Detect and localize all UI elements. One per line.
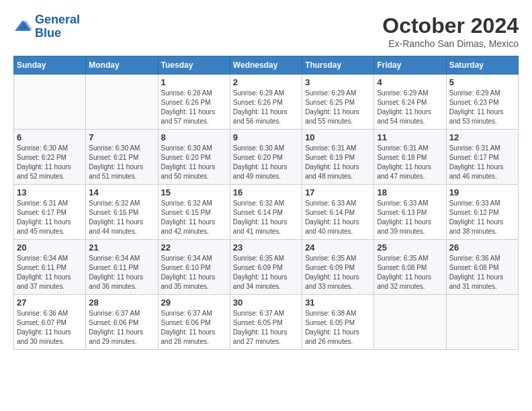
day-number: 6 (17, 132, 83, 142)
day-info: Sunrise: 6:36 AM Sunset: 6:07 PM Dayligh… (17, 309, 83, 347)
calendar-cell: 18Sunrise: 6:33 AM Sunset: 6:13 PM Dayli… (374, 185, 446, 240)
day-info: Sunrise: 6:28 AM Sunset: 6:26 PM Dayligh… (161, 89, 227, 126)
calendar-cell: 20Sunrise: 6:34 AM Sunset: 6:11 PM Dayli… (14, 240, 86, 295)
day-number: 29 (161, 298, 227, 308)
calendar-body: 1Sunrise: 6:28 AM Sunset: 6:26 PM Daylig… (14, 75, 519, 350)
calendar-cell: 26Sunrise: 6:36 AM Sunset: 6:08 PM Dayli… (446, 240, 518, 295)
day-number: 18 (377, 187, 443, 197)
calendar-cell: 8Sunrise: 6:30 AM Sunset: 6:20 PM Daylig… (158, 130, 230, 185)
calendar-cell (86, 75, 158, 130)
day-info: Sunrise: 6:32 AM Sunset: 6:16 PM Dayligh… (89, 199, 154, 236)
weekday-header-tuesday: Tuesday (158, 56, 230, 75)
day-number: 5 (449, 77, 515, 87)
calendar-cell: 29Sunrise: 6:37 AM Sunset: 6:06 PM Dayli… (158, 295, 230, 350)
day-number: 27 (17, 298, 83, 308)
day-number: 2 (233, 77, 299, 87)
day-info: Sunrise: 6:37 AM Sunset: 6:05 PM Dayligh… (233, 309, 299, 347)
day-info: Sunrise: 6:31 AM Sunset: 6:17 PM Dayligh… (17, 199, 83, 236)
logo-icon (13, 17, 32, 36)
day-number: 22 (161, 242, 227, 253)
day-number: 8 (161, 132, 227, 142)
weekday-header-saturday: Saturday (446, 56, 518, 75)
calendar-cell: 11Sunrise: 6:31 AM Sunset: 6:18 PM Dayli… (374, 130, 446, 185)
day-info: Sunrise: 6:29 AM Sunset: 6:25 PM Dayligh… (305, 89, 371, 126)
day-number: 16 (233, 187, 299, 197)
calendar-cell (374, 295, 446, 350)
day-number: 25 (377, 242, 443, 253)
day-number: 31 (305, 298, 371, 308)
calendar-cell: 19Sunrise: 6:33 AM Sunset: 6:12 PM Dayli… (446, 185, 518, 240)
day-info: Sunrise: 6:29 AM Sunset: 6:24 PM Dayligh… (377, 89, 443, 126)
location: Ex-Rancho San Dimas, Mexico (382, 38, 519, 49)
calendar-cell: 21Sunrise: 6:34 AM Sunset: 6:11 PM Dayli… (86, 240, 158, 295)
day-info: Sunrise: 6:31 AM Sunset: 6:19 PM Dayligh… (305, 144, 371, 181)
calendar-cell: 25Sunrise: 6:35 AM Sunset: 6:08 PM Dayli… (374, 240, 446, 295)
day-number: 24 (305, 242, 371, 253)
day-number: 1 (161, 77, 227, 87)
weekday-header-wednesday: Wednesday (230, 56, 302, 75)
calendar-cell: 13Sunrise: 6:31 AM Sunset: 6:17 PM Dayli… (14, 185, 86, 240)
calendar-cell (14, 75, 86, 130)
calendar-cell: 24Sunrise: 6:35 AM Sunset: 6:09 PM Dayli… (302, 240, 374, 295)
calendar-cell: 2Sunrise: 6:29 AM Sunset: 6:26 PM Daylig… (230, 75, 302, 130)
day-info: Sunrise: 6:30 AM Sunset: 6:22 PM Dayligh… (17, 144, 83, 181)
day-info: Sunrise: 6:32 AM Sunset: 6:14 PM Dayligh… (233, 199, 299, 236)
weekday-header-thursday: Thursday (302, 56, 374, 75)
calendar-cell: 3Sunrise: 6:29 AM Sunset: 6:25 PM Daylig… (302, 75, 374, 130)
logo: GeneralBlue (13, 13, 80, 40)
day-info: Sunrise: 6:37 AM Sunset: 6:06 PM Dayligh… (161, 309, 227, 347)
day-info: Sunrise: 6:31 AM Sunset: 6:17 PM Dayligh… (449, 144, 515, 181)
month-title: October 2024 (382, 13, 519, 38)
calendar-table: SundayMondayTuesdayWednesdayThursdayFrid… (13, 56, 519, 350)
day-number: 17 (305, 187, 371, 197)
day-number: 12 (449, 132, 515, 142)
calendar-cell: 30Sunrise: 6:37 AM Sunset: 6:05 PM Dayli… (230, 295, 302, 350)
weekday-header-sunday: Sunday (14, 56, 86, 75)
logo-text: GeneralBlue (35, 13, 80, 40)
day-info: Sunrise: 6:36 AM Sunset: 6:08 PM Dayligh… (449, 254, 515, 291)
calendar-week-row: 6Sunrise: 6:30 AM Sunset: 6:22 PM Daylig… (14, 130, 519, 185)
day-info: Sunrise: 6:34 AM Sunset: 6:11 PM Dayligh… (89, 254, 154, 291)
weekday-header-friday: Friday (374, 56, 446, 75)
calendar-cell: 6Sunrise: 6:30 AM Sunset: 6:22 PM Daylig… (14, 130, 86, 185)
day-info: Sunrise: 6:30 AM Sunset: 6:20 PM Dayligh… (161, 144, 227, 181)
day-number: 20 (17, 242, 83, 253)
day-number: 9 (233, 132, 299, 142)
calendar-cell: 17Sunrise: 6:33 AM Sunset: 6:14 PM Dayli… (302, 185, 374, 240)
day-number: 7 (89, 132, 154, 142)
calendar-cell: 16Sunrise: 6:32 AM Sunset: 6:14 PM Dayli… (230, 185, 302, 240)
calendar-week-row: 27Sunrise: 6:36 AM Sunset: 6:07 PM Dayli… (14, 295, 519, 350)
calendar-cell: 10Sunrise: 6:31 AM Sunset: 6:19 PM Dayli… (302, 130, 374, 185)
calendar-cell: 31Sunrise: 6:38 AM Sunset: 6:05 PM Dayli… (302, 295, 374, 350)
weekday-header-monday: Monday (86, 56, 158, 75)
calendar-cell: 5Sunrise: 6:29 AM Sunset: 6:23 PM Daylig… (446, 75, 518, 130)
day-number: 21 (89, 242, 154, 253)
day-info: Sunrise: 6:34 AM Sunset: 6:11 PM Dayligh… (17, 254, 83, 291)
day-number: 4 (377, 77, 443, 87)
calendar-cell: 9Sunrise: 6:30 AM Sunset: 6:20 PM Daylig… (230, 130, 302, 185)
calendar-week-row: 20Sunrise: 6:34 AM Sunset: 6:11 PM Dayli… (14, 240, 519, 295)
day-number: 19 (449, 187, 515, 197)
day-info: Sunrise: 6:37 AM Sunset: 6:06 PM Dayligh… (89, 309, 154, 347)
day-info: Sunrise: 6:35 AM Sunset: 6:08 PM Dayligh… (377, 254, 443, 291)
calendar-cell: 15Sunrise: 6:32 AM Sunset: 6:15 PM Dayli… (158, 185, 230, 240)
day-info: Sunrise: 6:30 AM Sunset: 6:20 PM Dayligh… (233, 144, 299, 181)
day-number: 3 (305, 77, 371, 87)
day-number: 28 (89, 298, 154, 308)
calendar-cell: 28Sunrise: 6:37 AM Sunset: 6:06 PM Dayli… (86, 295, 158, 350)
day-number: 14 (89, 187, 154, 197)
calendar-cell: 12Sunrise: 6:31 AM Sunset: 6:17 PM Dayli… (446, 130, 518, 185)
calendar-cell: 14Sunrise: 6:32 AM Sunset: 6:16 PM Dayli… (86, 185, 158, 240)
day-info: Sunrise: 6:33 AM Sunset: 6:13 PM Dayligh… (377, 199, 443, 236)
calendar-cell (446, 295, 518, 350)
day-number: 10 (305, 132, 371, 142)
day-number: 26 (449, 242, 515, 253)
day-info: Sunrise: 6:33 AM Sunset: 6:12 PM Dayligh… (449, 199, 515, 236)
calendar-header-row: SundayMondayTuesdayWednesdayThursdayFrid… (14, 56, 519, 75)
day-number: 23 (233, 242, 299, 253)
calendar-week-row: 13Sunrise: 6:31 AM Sunset: 6:17 PM Dayli… (14, 185, 519, 240)
day-info: Sunrise: 6:31 AM Sunset: 6:18 PM Dayligh… (377, 144, 443, 181)
calendar-cell: 27Sunrise: 6:36 AM Sunset: 6:07 PM Dayli… (14, 295, 86, 350)
day-info: Sunrise: 6:35 AM Sunset: 6:09 PM Dayligh… (305, 254, 371, 291)
day-info: Sunrise: 6:33 AM Sunset: 6:14 PM Dayligh… (305, 199, 371, 236)
